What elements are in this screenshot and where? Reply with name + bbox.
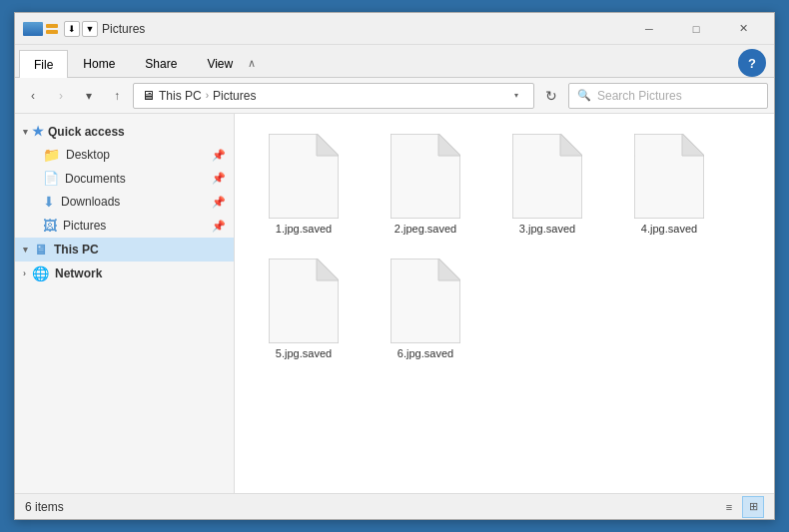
ribbon: File Home Share View ∧ ? xyxy=(15,45,774,78)
file-name: 5.jpg.saved xyxy=(276,347,332,359)
svg-marker-1 xyxy=(317,134,339,156)
list-view-button[interactable]: ≡ xyxy=(718,496,740,518)
grid-view-button[interactable]: ⊞ xyxy=(742,496,764,518)
status-bar: 6 items ≡ ⊞ xyxy=(15,493,774,519)
path-pictures: Pictures xyxy=(213,89,256,103)
path-separator: › xyxy=(206,90,209,101)
download-icon: ⬇ xyxy=(43,194,55,210)
main-content: ▾ ★ Quick access 📁 Desktop 📌 📄 Documents… xyxy=(15,114,774,493)
path-dropdown-arrow[interactable]: ▾ xyxy=(507,84,525,108)
sidebar-item-pictures[interactable]: 🖼 Pictures 📌 xyxy=(15,214,234,238)
title-bar: ⬇ ▼ Pictures ─ □ ✕ xyxy=(15,13,774,45)
file-icon xyxy=(512,134,582,219)
star-icon: ★ xyxy=(32,124,44,139)
sidebar-item-desktop[interactable]: 📁 Desktop 📌 xyxy=(15,143,234,167)
file-item[interactable]: 5.jpg.saved xyxy=(249,253,359,365)
tab-file[interactable]: File xyxy=(19,50,68,78)
pin-icon: 📌 xyxy=(212,149,226,162)
minimize-button[interactable]: ─ xyxy=(626,13,672,45)
pc-icon: 🖥 xyxy=(34,242,48,258)
forward-button[interactable]: › xyxy=(49,84,73,108)
up-button[interactable]: ↑ xyxy=(105,84,129,108)
back-button[interactable]: ‹ xyxy=(21,84,45,108)
documents-label: Documents xyxy=(65,172,126,186)
file-item[interactable]: 3.jpg.saved xyxy=(492,128,602,241)
chevron-network-icon: › xyxy=(23,268,26,278)
window-title: Pictures xyxy=(102,22,626,36)
pin-icon-pics: 📌 xyxy=(212,220,226,233)
sidebar-item-downloads[interactable]: ⬇ Downloads 📌 xyxy=(15,190,234,214)
network-icon: 🌐 xyxy=(32,266,49,281)
help-button[interactable]: ? xyxy=(738,49,766,77)
sidebar-item-documents[interactable]: 📄 Documents 📌 xyxy=(15,167,234,190)
title-bar-icon xyxy=(23,22,58,36)
svg-marker-9 xyxy=(317,259,339,280)
sidebar-item-this-pc[interactable]: ▾ 🖥 This PC xyxy=(15,238,234,262)
tab-share[interactable]: Share xyxy=(130,49,192,77)
file-name: 2.jpeg.saved xyxy=(394,223,456,235)
svg-marker-7 xyxy=(682,134,704,156)
path-thispc: This PC xyxy=(159,89,202,103)
chevron-icon: ▾ xyxy=(23,127,28,137)
tab-home[interactable]: Home xyxy=(68,49,130,77)
view-controls: ≡ ⊞ xyxy=(718,496,764,518)
qs-btn-1[interactable]: ⬇ xyxy=(64,21,80,37)
quick-access-icons xyxy=(46,24,58,34)
tab-view[interactable]: View xyxy=(192,49,248,77)
files-grid: 1.jpg.saved 2.jpeg.saved 3.jpg.saved xyxy=(245,124,764,369)
quick-access-label: Quick access xyxy=(48,125,125,139)
sidebar: ▾ ★ Quick access 📁 Desktop 📌 📄 Documents… xyxy=(15,114,235,493)
pictures-icon: 🖼 xyxy=(43,218,57,234)
maximize-button[interactable]: □ xyxy=(673,13,719,45)
address-path[interactable]: 🖥 This PC › Pictures ▾ xyxy=(133,83,534,109)
recent-locations-button[interactable]: ▾ xyxy=(77,84,101,108)
folder-icon: 📁 xyxy=(43,147,60,163)
file-name: 6.jpg.saved xyxy=(397,347,453,359)
qs-icon-2 xyxy=(46,30,58,34)
address-bar: ‹ › ▾ ↑ 🖥 This PC › Pictures ▾ ↻ 🔍 Searc… xyxy=(15,78,774,114)
title-bar-qs-buttons: ⬇ ▼ xyxy=(64,21,98,37)
file-item[interactable]: 1.jpg.saved xyxy=(249,128,359,241)
explorer-window: ⬇ ▼ Pictures ─ □ ✕ File Home Share View … xyxy=(14,12,775,520)
file-icon xyxy=(269,134,339,219)
file-name: 4.jpg.saved xyxy=(641,223,697,235)
search-box[interactable]: 🔍 Search Pictures xyxy=(568,83,768,109)
sidebar-item-network[interactable]: › 🌐 Network xyxy=(15,262,234,285)
this-pc-label: This PC xyxy=(54,243,99,257)
file-icon xyxy=(391,134,460,219)
file-name: 3.jpg.saved xyxy=(519,223,575,235)
chevron-pc-icon: ▾ xyxy=(23,245,28,255)
folder-icon-strip xyxy=(23,22,43,36)
pin-icon-doc: 📌 xyxy=(212,172,226,185)
file-item[interactable]: 4.jpg.saved xyxy=(614,128,724,241)
close-button[interactable]: ✕ xyxy=(720,13,766,45)
window-controls: ─ □ ✕ xyxy=(626,13,766,45)
desktop-label: Desktop xyxy=(66,148,110,162)
file-icon xyxy=(391,259,460,343)
pin-icon-dl: 📌 xyxy=(212,196,226,209)
svg-marker-5 xyxy=(560,134,582,156)
qs-icon-1 xyxy=(46,24,58,28)
file-icon xyxy=(634,134,704,219)
search-placeholder: Search Pictures xyxy=(597,89,682,103)
qs-btn-2[interactable]: ▼ xyxy=(82,21,98,37)
svg-marker-3 xyxy=(438,134,460,156)
ribbon-expand-arrow[interactable]: ∧ xyxy=(248,57,256,70)
ribbon-tabs: File Home Share View ∧ ? xyxy=(15,45,774,77)
search-icon: 🔍 xyxy=(577,89,591,102)
network-label: Network xyxy=(55,266,102,280)
sidebar-section-quick-access[interactable]: ▾ ★ Quick access xyxy=(15,120,234,143)
file-icon xyxy=(269,259,339,343)
refresh-button[interactable]: ↻ xyxy=(538,83,564,109)
pictures-label: Pictures xyxy=(63,219,106,233)
file-item[interactable]: 6.jpg.saved xyxy=(371,253,480,365)
file-name: 1.jpg.saved xyxy=(276,223,332,235)
file-area: 1.jpg.saved 2.jpeg.saved 3.jpg.saved xyxy=(235,114,774,493)
file-item[interactable]: 2.jpeg.saved xyxy=(371,128,480,241)
doc-icon: 📄 xyxy=(43,171,59,186)
svg-marker-11 xyxy=(438,259,460,280)
path-icon: 🖥 xyxy=(142,88,155,103)
downloads-label: Downloads xyxy=(61,195,120,209)
item-count: 6 items xyxy=(25,500,64,514)
